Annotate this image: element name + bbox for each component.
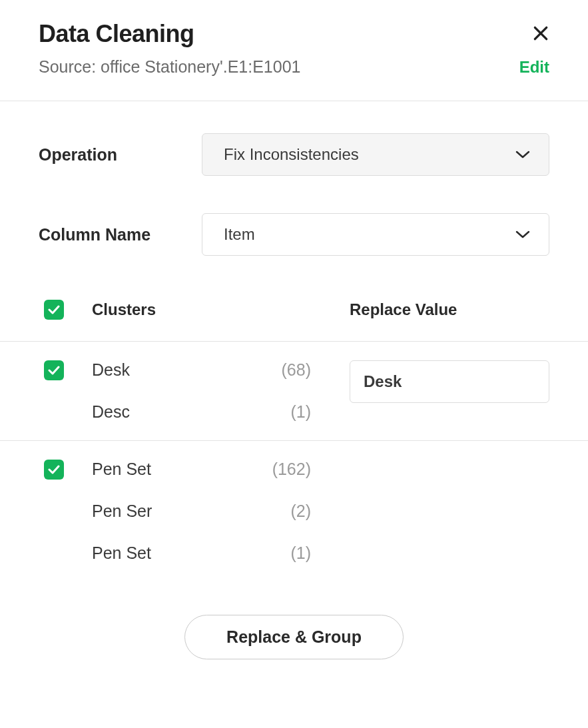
operation-row: Operation Fix Inconsistencies: [39, 133, 549, 176]
cluster-checkbox[interactable]: [44, 360, 64, 380]
cluster-checkbox[interactable]: [44, 460, 64, 480]
variant-name: Desc: [92, 402, 270, 422]
variant-name: Pen Set: [92, 544, 270, 563]
close-button[interactable]: [532, 24, 549, 45]
check-icon: [48, 366, 60, 375]
clusters-header: Clusters: [92, 300, 350, 319]
variant-count: (1): [270, 402, 350, 422]
variant-name: Pen Set: [92, 460, 270, 479]
edit-link[interactable]: Edit: [519, 58, 549, 77]
variant-count: (162): [270, 460, 350, 479]
variant-row: Pen Ser (2): [92, 502, 350, 521]
replace-header: Replace Value: [350, 300, 549, 319]
page-title: Data Cleaning: [39, 20, 194, 48]
close-icon: [532, 23, 549, 47]
check-icon: [48, 465, 60, 474]
operation-label: Operation: [39, 145, 202, 165]
column-select[interactable]: Item: [202, 213, 549, 256]
footer: Replace & Group: [39, 581, 549, 659]
form-section: Operation Fix Inconsistencies Column Nam…: [39, 101, 549, 282]
column-value: Item: [224, 225, 255, 244]
variant-name: Desk: [92, 360, 270, 380]
select-all-checkbox[interactable]: [44, 300, 64, 320]
variant-row: Desk (68): [92, 360, 350, 380]
chevron-down-icon: [515, 230, 530, 239]
operation-select[interactable]: Fix Inconsistencies: [202, 133, 549, 176]
chevron-down-icon: [515, 150, 530, 159]
check-icon: [48, 305, 60, 314]
cluster-row: Pen Set (162) Pen Ser (2) Pen Set (1): [39, 441, 549, 581]
source-row: Source: office Stationery'.E1:E1001 Edit: [39, 57, 549, 77]
variant-row: Pen Set (162): [92, 460, 350, 479]
replace-and-group-button[interactable]: Replace & Group: [184, 615, 404, 659]
variant-name: Pen Ser: [92, 502, 270, 521]
cluster-variants: Desk (68) Desc (1): [92, 360, 350, 422]
variant-row: Desc (1): [92, 402, 350, 422]
cluster-row: Desk (68) Desc (1): [39, 342, 549, 440]
variant-row: Pen Set (1): [92, 544, 350, 563]
variant-count: (68): [270, 360, 350, 380]
source-label: Source: office Stationery'.E1:E1001: [39, 57, 300, 77]
replace-value-input[interactable]: [350, 360, 549, 403]
data-cleaning-panel: Data Cleaning Source: office Stationery'…: [0, 0, 588, 686]
column-label: Column Name: [39, 225, 202, 244]
cluster-variants: Pen Set (162) Pen Ser (2) Pen Set (1): [92, 460, 350, 563]
column-row: Column Name Item: [39, 213, 549, 256]
operation-value: Fix Inconsistencies: [224, 145, 359, 164]
header-row: Data Cleaning: [39, 20, 549, 48]
variant-count: (1): [270, 544, 350, 563]
table-header: Clusters Replace Value: [39, 282, 549, 341]
variant-count: (2): [270, 502, 350, 521]
